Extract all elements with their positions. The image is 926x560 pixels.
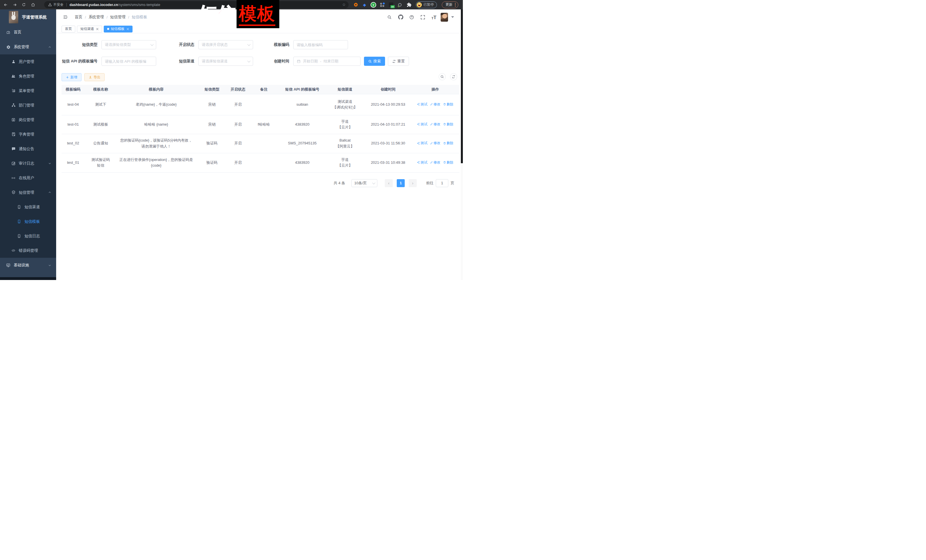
- sidebar-item-menus[interactable]: 菜单管理: [0, 83, 56, 98]
- sidebar-item-label: 短信模板: [24, 219, 40, 224]
- reload-icon[interactable]: [21, 2, 27, 8]
- sidebar-item-dictionary[interactable]: 字典管理: [0, 127, 56, 142]
- status-select[interactable]: 请选择开启状态: [198, 40, 253, 49]
- sidebar-item-roles[interactable]: 角色管理: [0, 69, 56, 83]
- sidebar-item-home[interactable]: 首页: [0, 25, 56, 39]
- chevron-down-icon: [372, 181, 375, 184]
- extensions-puzzle-icon[interactable]: [406, 2, 412, 8]
- delete-link[interactable]: 删除: [443, 102, 454, 107]
- toggle-search-icon[interactable]: [439, 73, 446, 80]
- test-link[interactable]: 测试: [417, 140, 427, 146]
- sidebar-item-posts[interactable]: 岗位管理: [0, 113, 56, 127]
- extension-list-icon[interactable]: on: [388, 2, 394, 8]
- cell-api-id: 4383920: [280, 115, 325, 134]
- search-icon[interactable]: [387, 15, 392, 20]
- extension-gem-icon[interactable]: ◆: [362, 2, 368, 8]
- extension-ring-icon[interactable]: [353, 2, 359, 8]
- browser-profile-chip[interactable]: 已暂停: [416, 2, 437, 8]
- address-bar[interactable]: 不安全 dashboard.yudao.iocoder.cn/system/sm…: [44, 1, 349, 8]
- sidebar-item-error-codes[interactable]: 错误码管理: [0, 243, 56, 258]
- sidebar-item-system[interactable]: 系统管理: [0, 39, 56, 54]
- test-link[interactable]: 测试: [417, 122, 427, 127]
- sidebar-item-sms-template[interactable]: 短信模板: [0, 214, 56, 229]
- table-row: test_02 公告通知 您的验证码{code}，该验证码5分钟内有效，请勿泄漏…: [62, 134, 460, 153]
- template-code-input[interactable]: [293, 40, 348, 49]
- delete-link[interactable]: 删除: [443, 122, 454, 127]
- scrollbar-thumb[interactable]: [461, 9, 463, 163]
- trash-icon: [443, 123, 446, 125]
- cell-api-id: SMS_207945135: [280, 134, 325, 153]
- sidebar-item-notices[interactable]: 通知公告: [0, 142, 56, 156]
- breadcrumb-sms[interactable]: 短信管理: [110, 15, 126, 20]
- sidebar-item-infrastructure[interactable]: 基础设施: [0, 258, 56, 273]
- breadcrumb-home[interactable]: 首页: [75, 15, 82, 20]
- avatar-caret-icon[interactable]: [451, 16, 454, 18]
- tab-home[interactable]: 首页: [62, 26, 75, 32]
- sidebar-item-online-users[interactable]: 在线用户: [0, 171, 56, 185]
- close-icon[interactable]: [126, 28, 129, 30]
- sidebar-item-audit-log[interactable]: 审计日志: [0, 156, 56, 171]
- goto-page-input[interactable]: [436, 179, 448, 187]
- test-link[interactable]: 测试: [417, 160, 427, 165]
- edit-link[interactable]: 修改: [430, 160, 440, 165]
- app-logo-row[interactable]: 芋道管理系统: [0, 9, 56, 25]
- sidebar-fold-icon[interactable]: [62, 14, 68, 20]
- scrollbar-track[interactable]: [461, 9, 463, 280]
- sidebar-item-departments[interactable]: 部门管理: [0, 98, 56, 113]
- reset-button[interactable]: 重置: [388, 57, 409, 66]
- refresh-table-icon[interactable]: [450, 73, 457, 80]
- cell-api-id: 4383920: [280, 153, 325, 172]
- delete-link[interactable]: 删除: [443, 140, 454, 146]
- sms-type-select[interactable]: 请选择短信类型: [101, 40, 156, 49]
- font-size-icon[interactable]: TT: [431, 15, 437, 20]
- back-icon[interactable]: [2, 2, 9, 8]
- cell-type: 营销: [196, 94, 228, 115]
- cell-channel: Ballcat【阿里云】: [325, 134, 365, 153]
- home-icon[interactable]: [30, 2, 36, 8]
- extension-search-icon[interactable]: [397, 2, 403, 8]
- edit-link[interactable]: 修改: [430, 102, 440, 107]
- search-button[interactable]: 搜索: [364, 57, 385, 66]
- test-link[interactable]: 测试: [417, 102, 427, 107]
- sidebar-item-users[interactable]: 用户管理: [0, 54, 56, 69]
- page-1-button[interactable]: 1: [397, 179, 405, 187]
- export-button[interactable]: 导出: [84, 73, 104, 81]
- sidebar-item-sms-log[interactable]: 短信日志: [0, 229, 56, 243]
- bookmark-star-icon[interactable]: ☆: [342, 2, 346, 7]
- api-template-id-input[interactable]: [101, 57, 156, 66]
- add-button[interactable]: 新增: [62, 73, 82, 81]
- col-header: 创建时间: [365, 85, 411, 94]
- next-page-button[interactable]: ›: [409, 179, 417, 187]
- sidebar-item-sms-channel[interactable]: 短信渠道: [0, 200, 56, 214]
- url-path: /system/sms/sms-template: [118, 3, 160, 7]
- date-range-picker[interactable]: 开始日期 - 结束日期: [293, 57, 360, 66]
- tab-sms-channel[interactable]: 短信渠道: [77, 26, 102, 32]
- forward-icon[interactable]: [11, 2, 18, 8]
- end-date-placeholder: 结束日期: [324, 59, 338, 64]
- edit-link[interactable]: 修改: [430, 122, 440, 127]
- browser-update-button[interactable]: 更新: [442, 2, 458, 8]
- channel-select[interactable]: 请选择短信渠道: [198, 57, 253, 66]
- help-icon[interactable]: [409, 15, 415, 20]
- tab-sms-template[interactable]: 短信模板: [104, 26, 133, 32]
- breadcrumb-system[interactable]: 系统管理: [89, 15, 104, 20]
- pencil-icon: [430, 142, 433, 145]
- fullscreen-icon[interactable]: [420, 15, 425, 20]
- avatar[interactable]: [440, 13, 448, 22]
- code-icon: [11, 248, 16, 253]
- sidebar-item-sms[interactable]: 短信管理: [0, 185, 56, 200]
- page-size-select[interactable]: 10条/页: [351, 179, 377, 187]
- edit-link[interactable]: 修改: [430, 140, 440, 146]
- delete-link[interactable]: 删除: [443, 160, 454, 165]
- tab-label: 短信渠道: [80, 27, 94, 31]
- cell-content: 哈哈哈 {name}: [117, 115, 196, 134]
- browser-nav-buttons: [2, 2, 36, 8]
- prev-page-button[interactable]: ‹: [385, 179, 393, 187]
- extension-y-icon[interactable]: y: [370, 2, 377, 8]
- sidebar-item-label: 在线用户: [19, 175, 34, 181]
- id-badge-icon: [11, 118, 16, 122]
- cell-type: 验证码: [196, 134, 228, 153]
- close-icon[interactable]: [96, 28, 98, 30]
- github-icon[interactable]: [398, 15, 403, 20]
- extension-grid-icon[interactable]: ◆: [379, 2, 385, 8]
